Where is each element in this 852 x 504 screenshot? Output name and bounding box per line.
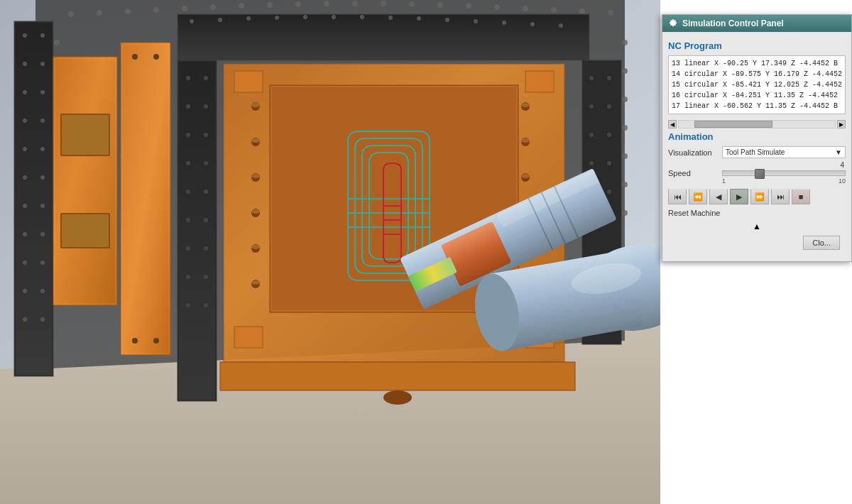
svg-point-146 <box>251 245 260 249</box>
svg-point-11 <box>295 1 301 7</box>
svg-point-3 <box>68 11 74 17</box>
nc-line-5: 17 linear X -60.562 Y 11.35 Z -4.4452 B … <box>672 101 842 111</box>
svg-point-99 <box>204 161 208 165</box>
svg-point-47 <box>23 119 27 123</box>
svg-point-96 <box>186 133 190 137</box>
svg-point-148 <box>521 103 530 107</box>
svg-point-16 <box>437 2 443 8</box>
svg-point-108 <box>186 303 190 307</box>
svg-point-85 <box>445 18 449 22</box>
svg-rect-63 <box>53 57 117 305</box>
speed-value: 4 <box>840 161 844 169</box>
svg-point-7 <box>182 6 187 11</box>
animation-section-title: Animation <box>668 131 846 142</box>
panel-title: Simulation Control Panel <box>682 18 784 28</box>
svg-point-98 <box>186 161 190 165</box>
svg-rect-127 <box>525 71 554 92</box>
svg-point-42 <box>40 33 45 38</box>
svg-point-10 <box>267 2 273 8</box>
visualization-value: Tool Path Simulate <box>726 148 785 156</box>
svg-point-5 <box>125 9 131 14</box>
step-back-button[interactable]: ⏪ <box>689 189 707 204</box>
svg-point-60 <box>40 289 45 293</box>
svg-point-45 <box>23 90 27 94</box>
svg-rect-126 <box>234 71 263 92</box>
svg-point-78 <box>246 16 251 21</box>
scroll-thumb[interactable] <box>694 121 772 128</box>
svg-point-51 <box>23 175 27 180</box>
nc-scrollbar[interactable]: ◀ ▶ <box>668 120 846 128</box>
simulation-control-panel: Simulation Control Panel NC Program 13 l… <box>662 14 852 262</box>
close-button[interactable]: Clo... <box>803 236 840 250</box>
svg-point-80 <box>303 15 307 19</box>
svg-point-94 <box>186 104 190 109</box>
svg-point-144 <box>251 174 260 178</box>
svg-point-41 <box>23 33 27 38</box>
svg-point-95 <box>204 104 208 109</box>
step-forward-button[interactable]: ⏩ <box>750 189 769 204</box>
forward-end-button[interactable]: ⏭ <box>771 189 790 204</box>
svg-point-17 <box>466 3 471 9</box>
svg-point-57 <box>23 261 27 265</box>
svg-point-4 <box>97 10 102 16</box>
svg-rect-91 <box>179 62 215 400</box>
svg-point-72 <box>153 54 159 60</box>
svg-point-113 <box>589 104 594 109</box>
svg-point-87 <box>502 21 506 25</box>
slider-thumb[interactable] <box>755 169 765 179</box>
slider-track[interactable] <box>722 170 846 176</box>
svg-point-52 <box>40 175 45 180</box>
slider-max: 10 <box>839 177 846 185</box>
svg-point-38 <box>622 210 628 216</box>
svg-point-49 <box>23 147 27 151</box>
svg-point-32 <box>622 40 628 45</box>
nc-line-1: 13 linear X -90.25 Y 17.349 Z -4.4452 B … <box>672 58 842 69</box>
collapse-icon: ▲ <box>753 221 761 231</box>
svg-point-9 <box>239 3 244 9</box>
svg-point-71 <box>132 54 138 60</box>
visualization-dropdown[interactable]: Tool Path Simulate ▼ <box>722 146 846 158</box>
svg-point-12 <box>324 1 329 6</box>
svg-point-117 <box>589 161 594 165</box>
visualization-row: Visualization Tool Path Simulate ▼ <box>668 146 846 158</box>
nc-line-3: 15 circular X -85.421 Y 12.025 Z -4.4452… <box>672 80 842 90</box>
scroll-right-arrow[interactable]: ▶ <box>837 120 846 128</box>
svg-point-103 <box>204 218 208 222</box>
svg-point-18 <box>494 4 500 10</box>
panel-title-bar: Simulation Control Panel <box>662 15 851 32</box>
svg-point-46 <box>40 90 45 94</box>
collapse-arrow[interactable]: ▲ <box>668 220 846 233</box>
svg-point-88 <box>530 22 535 26</box>
svg-point-102 <box>186 218 190 222</box>
play-forward-button[interactable]: ▶ <box>730 189 748 204</box>
svg-rect-128 <box>234 327 263 348</box>
svg-point-50 <box>40 147 45 151</box>
svg-point-33 <box>622 68 628 74</box>
scroll-left-arrow[interactable]: ◀ <box>668 120 677 128</box>
svg-point-82 <box>360 15 364 19</box>
svg-point-107 <box>204 275 208 279</box>
svg-point-112 <box>607 76 611 80</box>
svg-point-44 <box>40 62 45 66</box>
svg-point-62 <box>40 317 45 322</box>
svg-point-97 <box>204 133 208 137</box>
svg-point-104 <box>186 246 190 251</box>
scroll-track[interactable] <box>678 120 836 128</box>
svg-point-120 <box>607 190 611 194</box>
svg-point-79 <box>275 16 279 20</box>
svg-point-14 <box>381 1 386 6</box>
svg-point-43 <box>23 62 27 66</box>
svg-point-92 <box>186 76 190 80</box>
rewind-start-button[interactable]: ⏮ <box>668 189 687 204</box>
svg-point-21 <box>579 9 585 14</box>
play-back-button[interactable]: ◀ <box>709 189 728 204</box>
svg-point-84 <box>417 16 421 21</box>
svg-point-147 <box>251 280 260 285</box>
svg-point-58 <box>40 261 45 265</box>
svg-point-22 <box>608 10 613 16</box>
svg-point-142 <box>251 103 260 107</box>
svg-point-115 <box>589 133 594 137</box>
stop-button[interactable]: ■ <box>792 189 810 204</box>
svg-point-55 <box>23 232 27 236</box>
svg-point-149 <box>521 138 530 143</box>
